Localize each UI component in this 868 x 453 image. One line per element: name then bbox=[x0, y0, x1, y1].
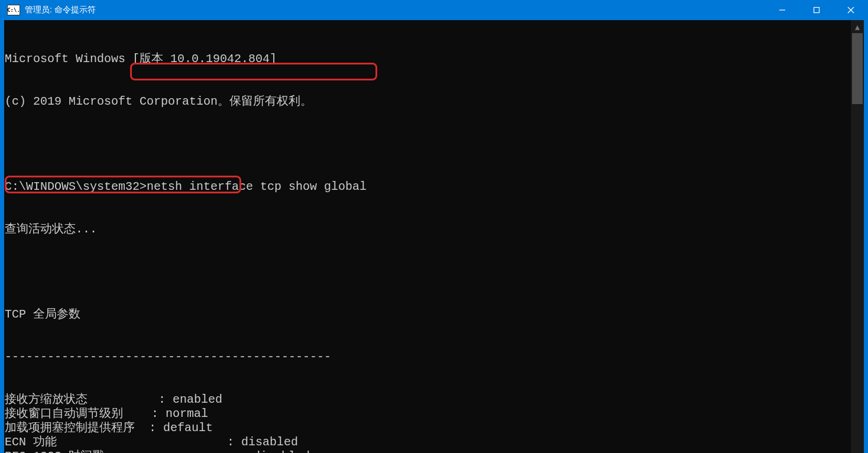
param-value: : enabled bbox=[158, 393, 222, 406]
param-label: 接收方缩放状态 bbox=[5, 393, 88, 406]
terminal[interactable]: Microsoft Windows [版本 10.0.19042.804] (c… bbox=[4, 20, 851, 453]
scrollbar-thumb[interactable] bbox=[852, 33, 863, 104]
prompt-command: netsh interface tcp show global bbox=[147, 180, 367, 193]
param-pad bbox=[104, 449, 239, 453]
query-status-line: 查询活动状态... bbox=[5, 222, 846, 237]
cmd-icon: C:\. bbox=[7, 5, 20, 15]
param-row: 加载项拥塞控制提供程序 : default bbox=[5, 421, 846, 435]
titlebar[interactable]: C:\. 管理员: 命令提示符 bbox=[0, 0, 868, 20]
param-value: : disabled bbox=[227, 435, 298, 449]
param-label: 加载项拥塞控制提供程序 bbox=[5, 421, 135, 435]
close-icon bbox=[847, 7, 854, 14]
param-value: : disabled bbox=[239, 449, 310, 453]
prompt-line-1: C:\WINDOWS\system32>netsh interface tcp … bbox=[5, 180, 846, 194]
section-title: TCP 全局参数 bbox=[5, 308, 846, 322]
param-pad bbox=[57, 435, 227, 449]
maximize-button[interactable] bbox=[799, 0, 834, 20]
window: C:\. 管理员: 命令提示符 Microsoft Windows [版本 10… bbox=[0, 0, 868, 453]
param-pad bbox=[135, 421, 149, 435]
window-title: 管理员: 命令提示符 bbox=[25, 5, 96, 15]
chevron-up-icon: ▴ bbox=[855, 21, 860, 33]
param-pad bbox=[123, 407, 151, 420]
blank-line bbox=[5, 137, 846, 151]
param-value: : default bbox=[149, 421, 213, 435]
client-area: Microsoft Windows [版本 10.0.19042.804] (c… bbox=[4, 20, 864, 453]
close-button[interactable] bbox=[834, 0, 868, 20]
param-label: 接收窗口自动调节级别 bbox=[5, 407, 123, 420]
param-row: 接收方缩放状态 : enabled bbox=[5, 393, 846, 407]
prompt-path: C:\WINDOWS\system32> bbox=[5, 180, 147, 193]
separator-line: ----------------------------------------… bbox=[5, 350, 846, 364]
version-line: Microsoft Windows [版本 10.0.19042.804] bbox=[5, 52, 846, 66]
blank-line bbox=[5, 265, 846, 279]
param-label: ECN 功能 bbox=[5, 435, 57, 449]
minimize-icon bbox=[779, 7, 786, 14]
svg-rect-1 bbox=[814, 8, 820, 13]
maximize-icon bbox=[813, 7, 820, 14]
param-pad bbox=[88, 393, 158, 406]
copyright-line: (c) 2019 Microsoft Corporation。保留所有权利。 bbox=[5, 95, 846, 109]
param-label: RFC 1323 时间戳 bbox=[5, 449, 104, 453]
param-value: : normal bbox=[151, 407, 208, 420]
minimize-button[interactable] bbox=[765, 0, 799, 20]
scroll-up-button[interactable]: ▴ bbox=[851, 20, 864, 33]
scrollbar-track[interactable] bbox=[851, 33, 864, 453]
param-row: RFC 1323 时间戳 : disabled bbox=[5, 449, 846, 453]
param-row: ECN 功能 : disabled bbox=[5, 435, 846, 449]
param-row: 接收窗口自动调节级别 : normal bbox=[5, 407, 846, 421]
scrollbar[interactable]: ▴ ▾ bbox=[851, 20, 864, 453]
